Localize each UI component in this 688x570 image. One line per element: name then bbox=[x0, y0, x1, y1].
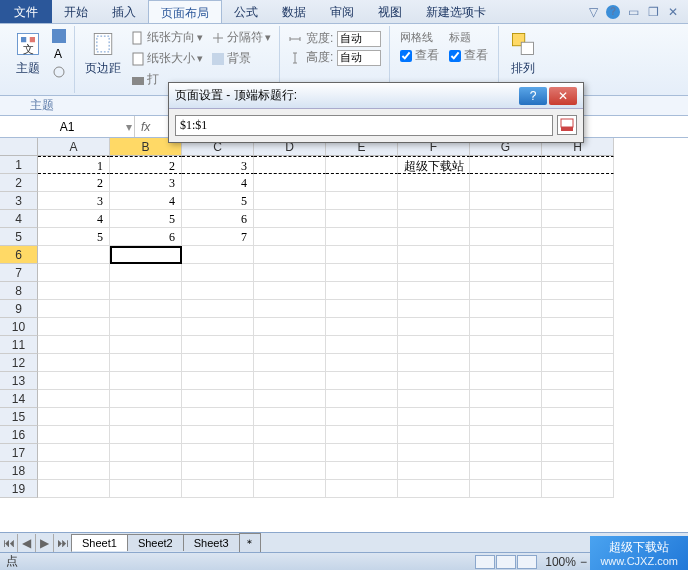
row-header[interactable]: 14 bbox=[0, 390, 38, 408]
cell[interactable] bbox=[326, 282, 398, 300]
cell[interactable] bbox=[542, 444, 614, 462]
cell[interactable] bbox=[326, 480, 398, 498]
cell[interactable] bbox=[470, 354, 542, 372]
cell[interactable] bbox=[470, 372, 542, 390]
cell[interactable] bbox=[254, 210, 326, 228]
cell[interactable] bbox=[110, 408, 182, 426]
cell[interactable] bbox=[38, 318, 110, 336]
tab-view[interactable]: 视图 bbox=[366, 0, 414, 23]
width-input[interactable] bbox=[337, 31, 381, 47]
cell[interactable] bbox=[182, 372, 254, 390]
sheet-nav-next[interactable]: ▶ bbox=[36, 534, 54, 552]
cell[interactable] bbox=[398, 354, 470, 372]
cell[interactable] bbox=[542, 426, 614, 444]
cell[interactable]: 3 bbox=[38, 192, 110, 210]
cell[interactable] bbox=[470, 264, 542, 282]
cell[interactable] bbox=[470, 300, 542, 318]
cell[interactable] bbox=[326, 300, 398, 318]
cell[interactable] bbox=[182, 336, 254, 354]
cell[interactable] bbox=[182, 408, 254, 426]
cell[interactable] bbox=[542, 480, 614, 498]
row-header[interactable]: 18 bbox=[0, 462, 38, 480]
cell[interactable] bbox=[254, 480, 326, 498]
cell[interactable] bbox=[470, 462, 542, 480]
cell[interactable] bbox=[110, 462, 182, 480]
cell[interactable] bbox=[326, 372, 398, 390]
cell[interactable] bbox=[326, 192, 398, 210]
cell[interactable] bbox=[110, 426, 182, 444]
cell[interactable]: 3 bbox=[182, 156, 254, 174]
arrange-button[interactable]: 排列 bbox=[505, 28, 541, 79]
cell[interactable] bbox=[110, 264, 182, 282]
cell[interactable]: 5 bbox=[110, 210, 182, 228]
cell[interactable] bbox=[470, 228, 542, 246]
cell[interactable] bbox=[470, 390, 542, 408]
cell[interactable] bbox=[398, 264, 470, 282]
sheet-tab-3[interactable]: Sheet3 bbox=[183, 534, 240, 551]
cell[interactable] bbox=[254, 426, 326, 444]
cell[interactable] bbox=[470, 192, 542, 210]
cell[interactable] bbox=[38, 444, 110, 462]
cell[interactable] bbox=[470, 156, 542, 174]
zoom-out-button[interactable]: − bbox=[580, 555, 587, 569]
background-button[interactable]: 背景 bbox=[209, 49, 273, 68]
row-header[interactable]: 1 bbox=[0, 156, 38, 174]
orientation-button[interactable]: 纸张方向 ▾ bbox=[129, 28, 205, 47]
zoom-level[interactable]: 100% bbox=[545, 555, 576, 569]
gridlines-view-check[interactable]: 查看 bbox=[400, 47, 439, 64]
cell[interactable]: 3 bbox=[110, 174, 182, 192]
row-header[interactable]: 9 bbox=[0, 300, 38, 318]
cell[interactable] bbox=[326, 264, 398, 282]
cell[interactable]: 5 bbox=[182, 192, 254, 210]
row-header[interactable]: 16 bbox=[0, 426, 38, 444]
cell[interactable] bbox=[38, 480, 110, 498]
cell[interactable] bbox=[326, 336, 398, 354]
cell[interactable] bbox=[254, 174, 326, 192]
cell[interactable] bbox=[254, 318, 326, 336]
cell[interactable] bbox=[182, 426, 254, 444]
cell[interactable] bbox=[398, 300, 470, 318]
sheet-nav-first[interactable]: ⏮ bbox=[0, 534, 18, 552]
size-button[interactable]: 纸张大小 ▾ bbox=[129, 49, 205, 68]
cell[interactable]: 2 bbox=[110, 156, 182, 174]
cell[interactable]: 1 bbox=[38, 156, 110, 174]
row-header[interactable]: 10 bbox=[0, 318, 38, 336]
cell[interactable] bbox=[326, 426, 398, 444]
cell[interactable] bbox=[254, 462, 326, 480]
active-cell[interactable] bbox=[110, 246, 182, 264]
range-picker-button[interactable] bbox=[557, 115, 577, 135]
tab-home[interactable]: 开始 bbox=[52, 0, 100, 23]
tab-file[interactable]: 文件 bbox=[0, 0, 52, 23]
cell[interactable] bbox=[398, 174, 470, 192]
cell[interactable] bbox=[110, 354, 182, 372]
name-box-dropdown[interactable]: ▾ bbox=[126, 120, 132, 134]
sheet-tab-1[interactable]: Sheet1 bbox=[71, 534, 128, 551]
cell[interactable] bbox=[182, 282, 254, 300]
cell[interactable] bbox=[38, 264, 110, 282]
cell[interactable] bbox=[470, 318, 542, 336]
cell[interactable] bbox=[326, 462, 398, 480]
cell[interactable] bbox=[254, 246, 326, 264]
cell[interactable] bbox=[398, 462, 470, 480]
fonts-button[interactable]: A bbox=[50, 46, 68, 62]
tab-insert[interactable]: 插入 bbox=[100, 0, 148, 23]
help-icon[interactable]: ? bbox=[606, 5, 620, 19]
cell[interactable] bbox=[470, 444, 542, 462]
cell[interactable] bbox=[254, 408, 326, 426]
window-close-icon[interactable]: ✕ bbox=[666, 5, 680, 19]
height-input[interactable] bbox=[337, 50, 381, 66]
cell[interactable] bbox=[326, 408, 398, 426]
row-header[interactable]: 6 bbox=[0, 246, 38, 264]
sheet-nav-last[interactable]: ⏭ bbox=[54, 534, 72, 552]
ribbon-minimize-icon[interactable]: ▽ bbox=[586, 5, 600, 19]
cell[interactable] bbox=[326, 354, 398, 372]
margins-button[interactable]: 页边距 bbox=[81, 28, 125, 91]
cell[interactable] bbox=[542, 156, 614, 174]
cell[interactable] bbox=[182, 444, 254, 462]
colors-button[interactable] bbox=[50, 28, 68, 44]
row-header[interactable]: 4 bbox=[0, 210, 38, 228]
cell[interactable] bbox=[542, 192, 614, 210]
tab-data[interactable]: 数据 bbox=[270, 0, 318, 23]
cell[interactable] bbox=[398, 336, 470, 354]
cell[interactable] bbox=[38, 462, 110, 480]
